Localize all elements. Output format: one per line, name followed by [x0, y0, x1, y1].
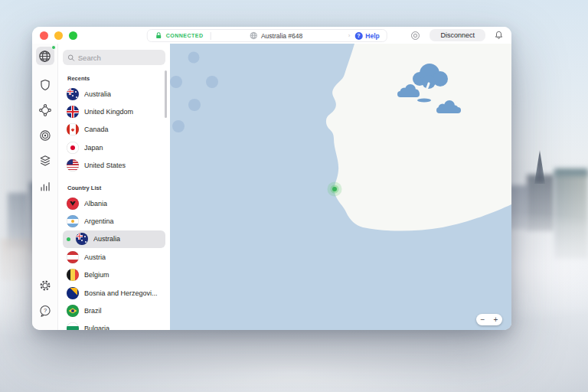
section-heading: Country List	[67, 185, 161, 191]
country-flag-icon	[67, 269, 79, 281]
help-bubble-icon: ?	[38, 304, 52, 318]
country-label: United Kingdom	[84, 108, 133, 116]
country-label: Canada	[84, 126, 109, 133]
connection-status-pill: CONNECTED Australia #648 › ? Help	[147, 29, 387, 42]
minimize-button[interactable]	[54, 31, 63, 40]
connection-status: CONNECTED	[148, 30, 211, 41]
help-chip[interactable]: › ? Help	[341, 30, 387, 41]
connected-status-label: CONNECTED	[166, 33, 204, 38]
globe-icon	[38, 49, 52, 64]
bg-building-right-tower-roof	[554, 168, 588, 176]
country-list-item[interactable]: Canada	[63, 121, 165, 139]
country-list-item[interactable]: Belgium	[63, 266, 165, 284]
scrollbar-thumb[interactable]	[165, 70, 168, 118]
connected-indicator-dot	[51, 45, 56, 50]
country-label: Albania	[84, 200, 107, 207]
help-label: Help	[365, 32, 379, 40]
nav-item-specialty-servers[interactable]	[36, 152, 54, 170]
country-label: Bulgaria	[84, 325, 109, 330]
zoom-out-button[interactable]: −	[476, 316, 489, 324]
search-icon	[67, 54, 75, 62]
country-sections: Recents Australia United Kingdom Canada …	[58, 75, 170, 330]
country-flag-icon	[67, 287, 79, 299]
map-svg	[170, 44, 511, 330]
window-body: ? Recents Australia Un	[32, 44, 511, 330]
section-list: Australia United Kingdom Canada Japan Un…	[58, 85, 170, 175]
notification-bell-icon[interactable]	[494, 30, 504, 41]
nav-item-meshnet[interactable]	[36, 101, 54, 119]
server-name-label: Australia #648	[261, 32, 302, 40]
country-list-item[interactable]: Albania	[63, 194, 165, 212]
target-icon	[38, 129, 52, 142]
nav-item-threat-protection[interactable]	[36, 76, 54, 94]
country-list-item[interactable]: Australia	[63, 85, 165, 103]
country-sidebar: Recents Australia United Kingdom Canada …	[58, 44, 170, 330]
shield-icon	[38, 78, 52, 92]
country-list-item[interactable]: Bosnia and Herzegovi...	[63, 284, 165, 302]
country-list-item[interactable]: Brazil	[63, 302, 165, 319]
nav-rail: ?	[32, 44, 58, 330]
map-zoom-controls: − +	[476, 314, 502, 325]
country-label: Australia	[84, 90, 111, 98]
country-flag-icon	[67, 123, 79, 136]
country-list-item[interactable]: Austria	[63, 248, 165, 266]
country-list-item[interactable]: United States	[63, 157, 165, 175]
bg-building-right-tower	[554, 173, 588, 259]
bar-chart-icon	[38, 179, 52, 193]
section-list: Albania Argentina Australia Austria Belg…	[58, 194, 170, 330]
country-list-item[interactable]: Bulgaria	[63, 320, 165, 330]
search-input[interactable]	[78, 54, 161, 62]
meshnet-icon	[38, 103, 52, 117]
disconnect-button[interactable]: Disconnect	[430, 29, 485, 41]
map-area[interactable]: − +	[170, 44, 511, 330]
lock-icon	[155, 31, 163, 40]
help-badge-icon: ?	[354, 32, 362, 40]
nav-item-servers[interactable]	[36, 47, 54, 65]
titlebar: CONNECTED Australia #648 › ? Help	[32, 27, 511, 44]
country-flag-icon	[67, 322, 79, 330]
section-heading: Recents	[67, 75, 161, 82]
gear-icon	[38, 279, 52, 292]
close-button[interactable]	[40, 31, 48, 40]
country-label: Australia	[93, 235, 120, 243]
zoom-in-button[interactable]: +	[489, 316, 502, 324]
country-flag-icon	[67, 88, 79, 100]
layers-icon	[38, 154, 52, 168]
country-label: Bosnia and Herzegovi...	[84, 289, 158, 297]
country-label: Argentina	[84, 217, 114, 225]
traffic-lights	[40, 31, 77, 40]
country-label: Austria	[84, 253, 106, 261]
vpn-app-window: CONNECTED Australia #648 › ? Help	[32, 27, 511, 330]
fullscreen-button[interactable]	[69, 31, 77, 40]
titlebar-right-cluster: Disconnect	[410, 29, 504, 41]
country-label: Japan	[84, 144, 103, 152]
country-flag-icon	[76, 233, 88, 245]
desktop-background: CONNECTED Australia #648 › ? Help	[0, 0, 588, 392]
server-marker[interactable]	[328, 182, 342, 197]
svg-text:?: ?	[43, 307, 46, 314]
nav-item-settings[interactable]	[36, 276, 54, 295]
land-australia	[326, 44, 511, 231]
country-flag-icon	[67, 159, 79, 172]
country-flag-icon	[67, 106, 79, 118]
nav-item-support[interactable]: ?	[36, 302, 54, 320]
country-flag-icon	[67, 198, 79, 210]
country-label: Brazil	[84, 307, 102, 315]
country-list-item[interactable]: Japan	[63, 139, 165, 156]
connected-dot	[67, 237, 70, 241]
nav-item-dedicated-ip[interactable]	[36, 126, 54, 145]
country-list-item[interactable]: Australia	[63, 230, 165, 248]
nav-item-statistics[interactable]	[36, 177, 54, 195]
country-flag-icon	[67, 215, 79, 227]
country-list-item[interactable]: Argentina	[63, 212, 165, 230]
current-server[interactable]: Australia #648	[211, 30, 341, 41]
globe-small-icon	[250, 31, 258, 40]
country-flag-icon	[67, 305, 79, 317]
presets-icon[interactable]	[410, 30, 421, 41]
country-label: Belgium	[84, 271, 109, 279]
chevron-right-icon: ›	[348, 32, 351, 39]
search-box[interactable]	[63, 50, 165, 65]
country-list-item[interactable]: United Kingdom	[63, 103, 165, 120]
country-section: Recents Australia United Kingdom Canada …	[58, 75, 170, 175]
bg-building-right-1	[527, 175, 554, 231]
